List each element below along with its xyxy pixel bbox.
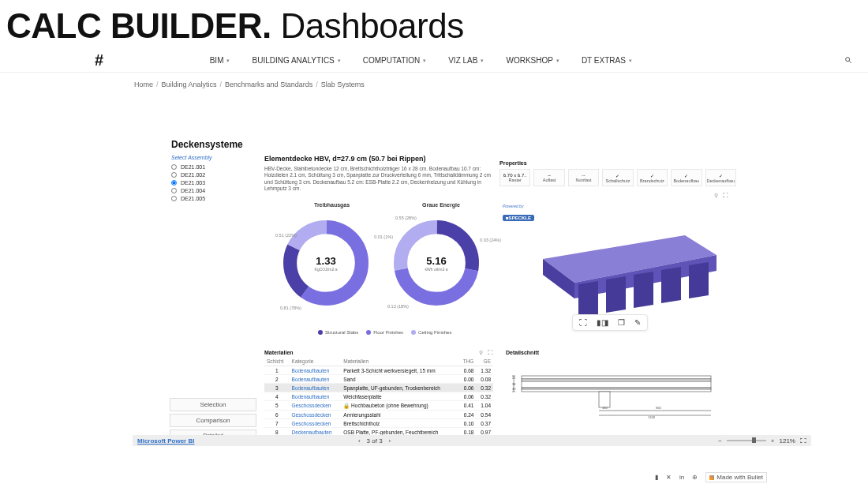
prop-nutzlast[interactable]: --Nutzlast (568, 169, 599, 186)
svg-text:160: 160 (602, 406, 608, 410)
table-row[interactable]: 7GeschossdeckenBrettschichtholz0.100.37 (264, 419, 493, 428)
zoom-in-icon[interactable]: + (771, 437, 775, 445)
element-title: Elementdecke HBV, d=27.9 cm (50.7 bei Ri… (264, 155, 493, 163)
crumb-0[interactable]: Home (134, 81, 153, 88)
svg-text:30: 30 (512, 387, 516, 391)
bullet-logo-icon (709, 475, 714, 480)
selection-button[interactable]: Selection (170, 398, 256, 411)
page-footer: ▮ ✕ in ⊕ Made with Bullet (655, 472, 767, 482)
assembly-DE21.003[interactable]: DE21.003 (171, 178, 256, 186)
select-assembly-label: Select Assembly (171, 155, 256, 160)
materials-table: Schicht Kategorie Materialien THG GE 1Bo… (264, 357, 493, 445)
legend-floor-finishes[interactable]: Floor Finishes (366, 330, 403, 335)
filter-icon[interactable]: ⚲ (479, 350, 483, 356)
chevron-down-icon: ▾ (481, 58, 484, 64)
site-logo[interactable]: # (95, 51, 103, 69)
svg-marker-15 (634, 272, 653, 308)
table-row[interactable]: 6GeschossdeckenArmierungsstahl0.240.54 (264, 411, 493, 419)
focus-icon[interactable]: ⛶ (488, 350, 493, 356)
chevron-down-icon: ▾ (556, 58, 559, 64)
chart1-title: Treibhausgas (314, 202, 350, 208)
model-viewer[interactable] (519, 212, 732, 330)
table-row[interactable]: 2BodenaufbautenSand0.000.08 (264, 375, 493, 384)
ge-donut: 5.16 kWh oil/m2·a 0.55 (28%) 0.03 (24%) … (389, 216, 484, 310)
prop-deckenaufbau[interactable]: ✓Deckenaufbau (705, 169, 736, 186)
assembly-DE21.005[interactable]: DE21.005 (171, 194, 256, 202)
table-row[interactable]: 1BodenaufbautenParkett 3-Schicht werkver… (264, 366, 493, 375)
element-header: Elementdecke HBV, d=27.9 cm (50.7 bei Ri… (264, 155, 493, 193)
search-icon[interactable] (844, 56, 852, 66)
nav-menu: BIM▾BUILDING ANALYTICS▾COMPUTATION▾VIZ L… (210, 56, 632, 65)
ghg-lbl-1: 0.81 (78%) (280, 306, 301, 310)
legend-ceiling-finishes[interactable]: Ceiling Finishes (411, 330, 451, 335)
prev-page-icon[interactable]: ‹ (358, 437, 361, 445)
zoom-value: 121% (780, 437, 795, 445)
table-row[interactable]: 3BodenaufbautenSpanplatte, UF-gebunden, … (264, 384, 493, 392)
nav-bim[interactable]: BIM▾ (210, 56, 230, 65)
nav-workshop[interactable]: WORKSHOP▾ (506, 56, 559, 65)
next-page-icon[interactable]: › (389, 437, 391, 445)
crumb-3[interactable]: Slab Systems (321, 81, 365, 88)
ghg-donut: 1.33 KgCO2/m2·a 0.51 (22%) 0.01 (1%) 0.8… (279, 216, 373, 310)
properties-title: Properties (499, 160, 736, 166)
col-schicht[interactable]: Schicht (264, 357, 290, 366)
zoom-slider[interactable] (727, 440, 766, 441)
comparison-button[interactable]: Comparison (170, 414, 256, 427)
svg-rect-23 (599, 392, 610, 407)
nav-dt-extras[interactable]: DT EXTRAS▾ (582, 56, 632, 65)
filter-icon[interactable]: ⚲ (714, 193, 718, 199)
ghg-lbl-0: 0.51 (22%) (275, 233, 297, 238)
title-light: Dashboards (280, 6, 463, 45)
nav-viz-lab[interactable]: VIZ LAB▾ (448, 56, 484, 65)
section-drawing: 21 38 30 160 960 1100 (506, 362, 727, 425)
fullscreen-icon[interactable]: ⛶ (579, 318, 587, 327)
powerbi-link[interactable]: Microsoft Power BI (137, 437, 194, 445)
legend-structural-slabs[interactable]: Structural Slabs (318, 330, 358, 335)
assembly-DE21.004[interactable]: DE21.004 (171, 186, 256, 194)
powerbi-footer: Microsoft Power BI ‹ 3 of 3 › − + 121% ⛶ (133, 435, 811, 446)
svg-rect-18 (522, 376, 711, 379)
dashboard: Deckensysteme Select Assembly DE21.001DE… (89, 125, 815, 460)
materials-title: Materialien (264, 350, 493, 355)
prop-raster[interactable]: 6.70 x 6.7..Raster (499, 169, 530, 186)
prop-auflast[interactable]: --Auflast (533, 169, 564, 186)
col-thg[interactable]: THG (458, 357, 477, 366)
prop-bodenaufbau[interactable]: ✓Bodenaufbau (671, 169, 702, 186)
col-materialien[interactable]: Materialien (341, 357, 458, 366)
svg-text:21: 21 (512, 376, 516, 380)
materials-panel: Materialien ⚲ ⛶ Schicht Kategorie Materi… (264, 350, 493, 445)
fit-page-icon[interactable]: ⛶ (800, 437, 806, 445)
nav-computation[interactable]: COMPUTATION▾ (363, 56, 426, 65)
camera-icon[interactable]: ▮◨ (597, 318, 608, 327)
facebook-icon[interactable]: ▮ (655, 474, 658, 481)
crumb-2[interactable]: Benchmarks and Standards (225, 81, 312, 88)
cube-icon[interactable]: ❒ (618, 318, 625, 327)
detail-section: Detailschnitt 21 38 30 160 960 1100 (506, 350, 727, 428)
made-with-badge[interactable]: Made with Bullet (705, 472, 767, 482)
pager: ‹ 3 of 3 › (358, 437, 391, 445)
assembly-DE21.002[interactable]: DE21.002 (171, 171, 256, 178)
twitter-icon[interactable]: ✕ (666, 474, 672, 481)
table-row[interactable]: 5Geschossdecken🔒 Hochbaubeton (ohne Bewe… (264, 401, 493, 411)
svg-marker-13 (578, 281, 598, 317)
col-ge[interactable]: GE (476, 357, 493, 366)
focus-icon[interactable]: ⛶ (723, 193, 728, 199)
globe-icon[interactable]: ⊕ (692, 474, 698, 481)
zoom-out-icon[interactable]: − (718, 437, 722, 445)
linkedin-icon[interactable]: in (679, 474, 684, 481)
brush-icon[interactable]: ✎ (634, 318, 641, 327)
ge-lbl-1: 0.03 (24%) (480, 238, 501, 242)
prop-brandschutz[interactable]: ✓Brandschutz (637, 169, 668, 186)
element-desc: HBV-Decke, Stahlbetondecke 12 cm, Bretts… (264, 166, 493, 193)
viewer-toolbar: ⛶ ▮◨ ❒ ✎ (572, 314, 648, 331)
chevron-down-icon: ▾ (629, 58, 632, 64)
crumb-1[interactable]: Building Analytics (162, 81, 217, 88)
table-row[interactable]: 4BodenaufbautenWeichfaserplatte0.060.32 (264, 392, 493, 401)
svg-text:1100: 1100 (648, 415, 656, 419)
col-kategorie[interactable]: Kategorie (290, 357, 342, 366)
prop-schallschutz[interactable]: ✓Schallschutz (602, 169, 633, 186)
nav-building-analytics[interactable]: BUILDING ANALYTICS▾ (252, 56, 340, 65)
assembly-DE21.001[interactable]: DE21.001 (171, 163, 256, 171)
chart-legend: Structural SlabsFloor FinishesCeiling Fi… (318, 330, 451, 335)
breadcrumb: Home/Building Analytics/Benchmarks and S… (0, 73, 868, 93)
